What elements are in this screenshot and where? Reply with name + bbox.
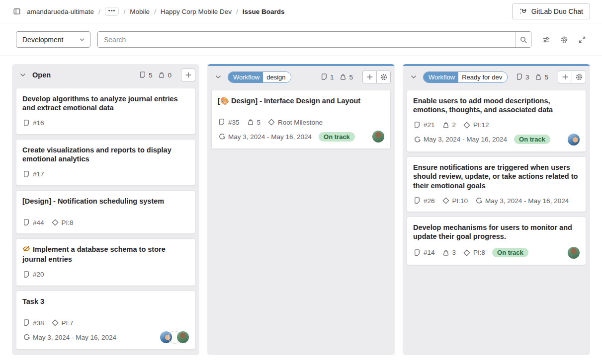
confidential-icon xyxy=(22,245,30,255)
top-bar: amandarueda-ultimate / ••• / Mobile / Ha… xyxy=(0,0,602,23)
health-status-badge: On track xyxy=(492,248,528,257)
search-input[interactable] xyxy=(98,32,516,47)
breadcrumb-project[interactable]: Happy Corp Mobile Dev xyxy=(161,8,232,15)
issue-card[interactable]: Implement a database schema to store jou… xyxy=(16,238,195,286)
plus-icon xyxy=(366,73,374,81)
chevron-down-icon xyxy=(214,73,222,81)
sliders-icon xyxy=(542,36,550,44)
issue-type-icon xyxy=(413,197,421,205)
gear-icon xyxy=(380,73,388,81)
new-issue-button[interactable] xyxy=(181,69,195,81)
label-scope: Workflow xyxy=(228,72,263,82)
gitlab-duo-chat-button[interactable]: GitLab Duo Chat xyxy=(512,3,590,19)
tanuki-ai-icon xyxy=(519,7,527,16)
board-settings-button[interactable] xyxy=(556,32,572,48)
collapse-column-button[interactable] xyxy=(18,70,28,80)
fullscreen-button[interactable] xyxy=(574,32,590,48)
issue-weight: 3 xyxy=(452,249,456,256)
board-config-button[interactable] xyxy=(538,32,554,48)
weight-total: 0 xyxy=(168,72,172,79)
assignee-avatars xyxy=(568,134,580,146)
issue-title: Implement a database schema to store jou… xyxy=(22,245,189,264)
breadcrumb: amandarueda-ultimate / ••• / Mobile / Ha… xyxy=(27,7,285,16)
avatar[interactable] xyxy=(177,331,189,343)
issue-card[interactable]: Develop mechanisms for users to monitor … xyxy=(407,217,586,265)
issue-id: #14 xyxy=(424,249,435,256)
issue-id: #21 xyxy=(424,121,435,129)
collapse-column-button[interactable] xyxy=(409,72,419,82)
issue-type-icon xyxy=(413,249,421,257)
breadcrumb-separator: / xyxy=(236,8,238,15)
search-group xyxy=(97,31,531,48)
scoped-label[interactable]: Workflow design xyxy=(228,72,291,83)
issue-type-icon xyxy=(413,121,421,129)
issue-count: 5 xyxy=(149,72,153,79)
breadcrumb-group[interactable]: Mobile xyxy=(130,8,150,15)
issue-card[interactable]: [🎨 Design] - Interface Design and Layout… xyxy=(211,90,391,149)
issue-weight: 2 xyxy=(452,121,456,129)
breadcrumb-separator: / xyxy=(154,8,156,15)
breadcrumb-root[interactable]: amandarueda-ultimate xyxy=(27,8,94,15)
milestone-label: PI:7 xyxy=(62,319,74,327)
board-column-open: Open 5 0 Develop algorithms to analyze j… xyxy=(12,64,199,355)
column-settings-button[interactable] xyxy=(572,71,586,83)
weight-icon xyxy=(158,71,166,79)
column-card-list: Develop algorithms to analyze journal en… xyxy=(12,86,199,355)
weight-icon xyxy=(442,121,450,129)
milestone-label: PI:12 xyxy=(473,121,489,129)
milestone-label: PI:8 xyxy=(473,249,485,256)
board-switcher-dropdown[interactable]: Development xyxy=(16,31,90,48)
assignee-avatars xyxy=(568,247,580,259)
column-title: Open xyxy=(32,71,51,79)
issue-id: #16 xyxy=(33,119,44,127)
issue-card[interactable]: Enable users to add mood descriptions, e… xyxy=(407,90,586,152)
column-counts: 3 5 xyxy=(516,73,548,81)
board-toolbar: Development xyxy=(0,23,602,56)
scoped-label[interactable]: Workflow Ready for dev xyxy=(423,72,508,83)
plus-icon xyxy=(561,73,569,81)
breadcrumb-separator: / xyxy=(123,8,125,15)
breadcrumb-current-page: Issue Boards xyxy=(243,8,285,15)
issue-card[interactable]: Task 3 #38 PI:7 May 3, 2024 - May 16, 20… xyxy=(16,291,195,350)
weight-icon xyxy=(247,118,255,126)
issue-card[interactable]: [Design] - Notification scheduling syste… xyxy=(16,190,195,234)
issue-card[interactable]: Develop algorithms to analyze journal en… xyxy=(16,88,195,135)
collapse-column-button[interactable] xyxy=(213,72,223,82)
avatar[interactable] xyxy=(372,131,384,143)
avatar[interactable] xyxy=(568,134,580,146)
column-settings-button[interactable] xyxy=(376,71,391,83)
gear-icon xyxy=(560,36,568,44)
expand-icon xyxy=(578,36,586,44)
board-column-workflow-ready-for-dev: Workflow Ready for dev 3 5 Enable users … xyxy=(403,64,590,355)
issue-weight: 5 xyxy=(257,119,261,126)
iteration-icon xyxy=(218,133,226,141)
column-header: Workflow design 1 5 xyxy=(207,66,395,88)
issue-title: Task 3 xyxy=(22,297,189,306)
iteration-dates: May 3, 2024 - May 16, 2024 xyxy=(33,334,116,341)
weight-total: 5 xyxy=(349,73,353,81)
issue-id: #20 xyxy=(33,271,44,278)
breadcrumb-ellipsis-button[interactable]: ••• xyxy=(105,7,119,16)
label-scope: Workflow xyxy=(424,72,458,82)
column-counts: 5 0 xyxy=(139,71,172,79)
iteration-dates: May 3, 2024 - May 16, 2024 xyxy=(485,197,569,205)
issue-title: Create visualizations and reports to dis… xyxy=(22,146,189,164)
milestone-label: Root Milestone xyxy=(278,119,323,126)
avatar[interactable] xyxy=(568,247,580,259)
sidebar-toggle-icon[interactable] xyxy=(12,6,22,16)
new-issue-button[interactable] xyxy=(362,71,377,83)
new-issue-button[interactable] xyxy=(558,71,572,83)
column-counts: 1 5 xyxy=(320,73,353,81)
issue-card[interactable]: Ensure notifications are triggered when … xyxy=(407,156,586,212)
breadcrumb-separator: / xyxy=(98,8,100,15)
issue-type-icon xyxy=(22,218,30,226)
issue-id: #35 xyxy=(228,119,240,126)
search-button[interactable] xyxy=(516,32,531,47)
issue-title: Ensure notifications are triggered when … xyxy=(413,163,580,190)
issue-type-icon xyxy=(22,319,30,327)
issue-card[interactable]: Create visualizations and reports to dis… xyxy=(16,139,195,186)
assignee-avatars xyxy=(372,131,384,143)
weight-icon xyxy=(534,73,542,81)
milestone-icon xyxy=(463,249,471,257)
milestone-label: PI:8 xyxy=(62,219,74,226)
